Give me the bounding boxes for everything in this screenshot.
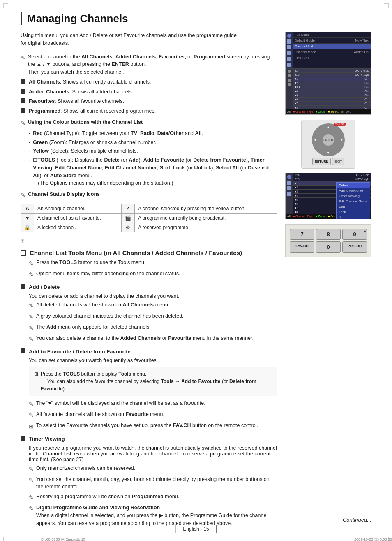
favourite-note-box: ⊞ Press the TOOLS button to display Tool… [29, 367, 277, 396]
label-broadcast: A programme currently being broadcast. [134, 214, 277, 223]
channel-mode-label: Channel Mode [295, 50, 316, 54]
continued-text: Continued... [343, 517, 371, 523]
bullet-all-channels-text: All Channels: Shows all currently availa… [29, 78, 151, 86]
ch-num-825: 825 [295, 73, 300, 76]
note-ad-4-text: You can also delete a channel to the Add… [36, 334, 254, 342]
s2-num-1: ■1 [295, 182, 298, 185]
icon-lock: 🔒 [21, 223, 34, 232]
screen1-toolbar: All ■ Channel Type ■ Zoom ■ Select ⊞ Too… [286, 109, 371, 114]
ch-num-4: ■4 [295, 90, 298, 93]
screen1-layout: Full Guide Default Guide : Now/Next Chan… [286, 32, 371, 68]
note-press-tools: ✎ Press the TOOLS button to use the Tool… [29, 259, 277, 268]
note-icon-fav-3: ⊞ [29, 422, 34, 431]
channel-row-825: 825 UKTV style [293, 73, 371, 77]
note-ad-1: ✎ All deleted channels will be shown on … [29, 301, 277, 310]
remote-btn-9[interactable]: 9 ⊞ [342, 229, 367, 240]
section-checkbox [21, 250, 26, 256]
screen2-sidebar [286, 173, 293, 214]
popup-timer: Timer Viewing [337, 193, 370, 199]
dash-green: - Green (Zoom): Enlarges or shrinks a ch… [29, 139, 277, 146]
page-number-text: English - 15 [183, 526, 209, 532]
screen1-default-guide: Default Guide : Now/Next [293, 38, 371, 44]
note-status-title: Channel Status Display Icons [28, 190, 100, 198]
remote-circle: ▲ ▼ ◀ ▶ ENTER CH LIST [312, 123, 345, 156]
timer-viewing-content: If you reserve a programme you want to w… [29, 445, 277, 527]
note-icon-3: ✎ [21, 191, 25, 200]
label-favourite: A channel set as a Favourite. [34, 214, 122, 223]
bullet-icon-3 [21, 98, 25, 103]
bullet-programmed-text: Programmed: Shows all current reserved p… [29, 107, 156, 115]
section-add-favourite: Add to Favourite / Delete from Favourite [21, 348, 277, 356]
note-option-menu: ✎ Option menu items may differ depending… [29, 270, 277, 279]
dash-red: - Red (Channel Type): Toggle between you… [29, 130, 277, 137]
note-tv-1-text: Only memorized channels can be reserved. [36, 464, 135, 472]
note-fav-1: ✎ The "♥" symbol will be displayed and t… [29, 399, 277, 409]
note-ad-3-text: The Add menu only appears for deleted ch… [36, 323, 151, 331]
note-chlist: ⊞ [21, 237, 277, 244]
added-icon-1 [288, 70, 291, 73]
s2-name-825: UKTV style [355, 178, 369, 181]
note-select-channel-text: Select a channel in the All Channels, Ad… [28, 53, 277, 76]
bullet-icon-2 [21, 89, 25, 94]
dash-tools-text: ⊞TOOLS (Tools): Displays the Delete (or … [33, 156, 277, 187]
screen2-popup: Delete Add to Favourite Timer Viewing Ed… [336, 182, 370, 219]
note-tv-3-text: Reserving a programme will be shown on P… [36, 493, 179, 501]
note-option-text: Option menu items may differ depending o… [36, 270, 180, 278]
bullet-favourites: Favourites: Shows all favourite channels… [21, 98, 277, 105]
icon-reserved: ⊙ [121, 223, 134, 232]
remote-btn-7[interactable]: 7 [290, 229, 314, 240]
section-add-delete: Add / Delete [21, 283, 277, 291]
remote-nav-grid: ▲ ▼ ◀ ▶ ENTER CH LIST [305, 123, 352, 156]
remote-btn-favch[interactable]: FAV.CH [290, 241, 314, 253]
note-digital-guide: ✎ Digital Programme Guide and Viewing Re… [29, 504, 277, 527]
s2-ch-824: 824 UKTV Gold [293, 173, 371, 177]
remote-btn-prech[interactable]: PRE-CH [342, 241, 367, 253]
dash-green-text: Green (Zoom): Enlarges or shrinks a chan… [33, 139, 156, 146]
channel-mode-value: : Added Ch. [352, 50, 369, 54]
status-table: A An Analogue channel. ✓ A channel selec… [21, 204, 277, 232]
bullet-icon-fav [21, 348, 25, 353]
ch-num-824: 824 [295, 69, 300, 72]
note-box-text: Press the TOOLS button to display Tools … [41, 370, 272, 392]
sidebar-icon-1 [287, 34, 291, 38]
bullet-icon-1 [21, 79, 25, 84]
toolbar-tools: ⊞ Tools [341, 110, 351, 114]
remote-btn-0[interactable]: 0 [316, 241, 341, 253]
sidebar-icon-5 [287, 57, 291, 61]
note-icon-ad-4: ✎ [29, 335, 34, 344]
icon-analogue: A [21, 204, 34, 214]
note-fav-1-text: The "♥" symbol will be displayed and the… [36, 399, 205, 407]
s2-channel-type: ■ Channel Type [293, 215, 313, 218]
dash-icon-tools: - [29, 156, 30, 187]
note-ad-4: ✎ You can also delete a channel to the A… [29, 334, 277, 344]
corner-mark-bl [3, 537, 8, 541]
note-tv-2-text: You can set the channel, month, day, yea… [36, 476, 277, 491]
popup-lock: Lock [337, 209, 370, 215]
note-box-inner: ⊞ Press the TOOLS button to display Tool… [34, 370, 272, 392]
remote-btn-8[interactable]: 8 [316, 229, 341, 240]
added-icon-2 [288, 74, 291, 77]
s2-zoom: ■ Zoom [316, 215, 325, 218]
dash-yellow-text: Yellow (Select): Selects multiple channe… [33, 147, 138, 155]
table-row-locked: 🔒 A locked channel. ⊙ A reserved program… [21, 223, 277, 232]
toolbar-all: All [287, 110, 291, 114]
add-favourite-content: You can set channels you watch frequentl… [29, 358, 277, 431]
nav-left: ◀ [314, 138, 316, 142]
ch-name-825: UKTV style [355, 73, 369, 76]
channel-row-5: ■5 C -- [293, 93, 371, 98]
s2-num-6: ■6 [295, 202, 298, 205]
remote-side-buttons: RETURN EXIT [305, 158, 352, 165]
popup-add-fav: Add to Favourite [337, 188, 370, 193]
s2-name-824: UKTV Gold [355, 174, 369, 176]
channel-row-6: ■6 C -- [293, 98, 371, 102]
note-box-icon: ⊞ [34, 370, 38, 378]
screen2-icon-2 [287, 181, 291, 185]
note-fav-3-text: To select the Favourite channels you hav… [36, 422, 258, 430]
dash-icon-green: - [29, 139, 30, 146]
toolbar-channel-type: ■ Channel Type [293, 110, 313, 114]
note-icon-fav-1: ✎ [29, 400, 34, 409]
remote-nav-container: ▲ ▼ ◀ ▶ ENTER CH LIST [301, 120, 355, 169]
note-tv-1: ✎ Only memorized channels can be reserve… [29, 464, 277, 474]
bullet-icon-4 [21, 108, 25, 113]
s2-num-3: ■3 [295, 190, 298, 193]
